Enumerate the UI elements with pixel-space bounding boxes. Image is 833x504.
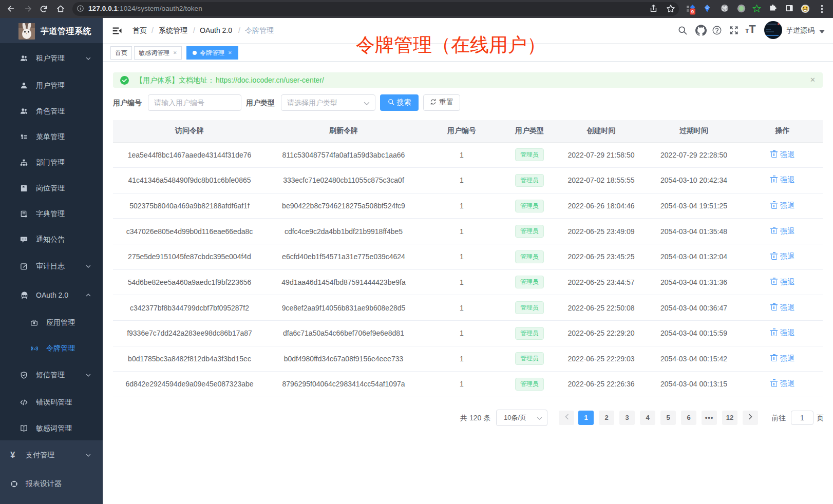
svg-text:9: 9 — [691, 9, 694, 14]
